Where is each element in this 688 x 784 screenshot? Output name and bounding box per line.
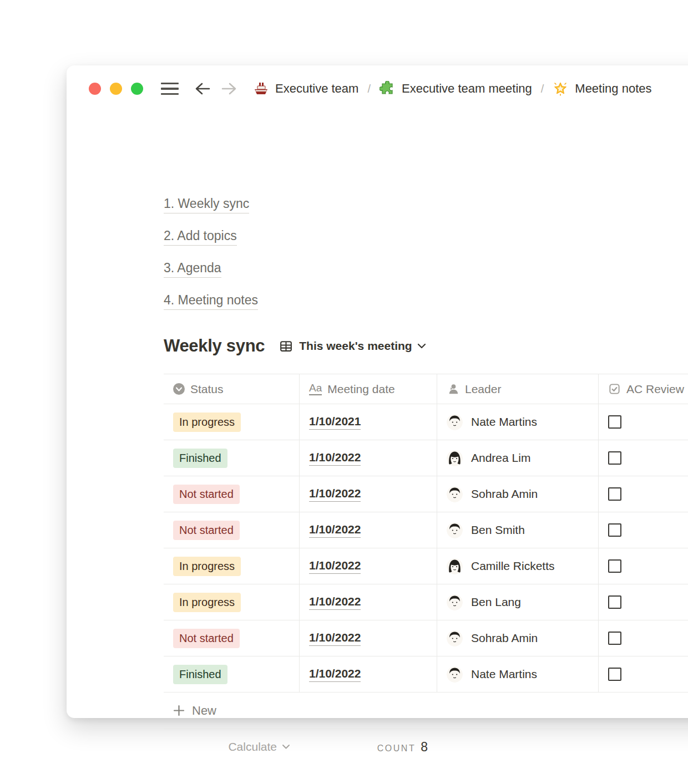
status-badge: In progress: [173, 593, 241, 612]
meeting-date-link[interactable]: 1/10/2022: [309, 487, 361, 502]
meeting-date-cell[interactable]: 1/10/2022: [300, 512, 437, 548]
ac-review-checkbox[interactable]: [608, 559, 621, 573]
meeting-date-link[interactable]: 1/10/2022: [309, 631, 361, 646]
status-cell[interactable]: Not started: [164, 620, 300, 656]
meeting-date-link[interactable]: 1/10/2022: [309, 523, 361, 538]
avatar: [447, 414, 463, 430]
ac-review-checkbox[interactable]: [608, 632, 621, 645]
breadcrumb-item-executive-team-meeting[interactable]: Executive team meeting: [380, 81, 532, 96]
meeting-date-link[interactable]: 1/10/2022: [309, 667, 361, 682]
minimize-window-button[interactable]: [110, 83, 122, 95]
calculate-button[interactable]: Calculate: [228, 740, 290, 754]
status-badge: Not started: [173, 521, 240, 540]
ac-review-cell[interactable]: [599, 584, 688, 620]
leader-person[interactable]: Ben Lang: [447, 594, 521, 610]
leader-person[interactable]: Nate Martins: [447, 666, 537, 683]
ac-review-checkbox[interactable]: [608, 668, 621, 681]
column-header-status[interactable]: Status: [164, 374, 300, 404]
status-badge: In progress: [173, 413, 241, 432]
table-footer-row: Calculate COUNT 8: [164, 729, 688, 765]
leader-cell[interactable]: Nate Martins: [437, 656, 599, 692]
database-view-selector[interactable]: This week's meeting: [279, 339, 426, 353]
status-cell[interactable]: Not started: [164, 476, 300, 512]
meeting-date-cell[interactable]: 1/10/2022: [300, 620, 437, 656]
leader-cell[interactable]: Sohrab Amin: [437, 476, 599, 512]
leader-cell[interactable]: Sohrab Amin: [437, 620, 599, 656]
sidebar-menu-icon[interactable]: [161, 83, 179, 95]
count-aggregate[interactable]: COUNT 8: [377, 740, 428, 755]
status-cell[interactable]: Finished: [164, 656, 300, 692]
toc-link-agenda[interactable]: 3. Agenda: [164, 261, 221, 278]
forward-arrow-icon[interactable]: [221, 80, 237, 97]
status-cell[interactable]: Not started: [164, 512, 300, 548]
ac-review-cell[interactable]: [599, 440, 688, 476]
calc-cell-status: Calculate: [164, 740, 300, 754]
count-value: 8: [421, 740, 428, 755]
meeting-date-link[interactable]: 1/10/2022: [309, 595, 361, 610]
meeting-date-cell[interactable]: 1/10/2022: [300, 548, 437, 584]
leader-cell[interactable]: Ben Smith: [437, 512, 599, 548]
status-cell[interactable]: In progress: [164, 548, 300, 584]
column-label: Leader: [465, 383, 501, 396]
leader-name: Nate Martins: [471, 415, 537, 429]
zoom-window-button[interactable]: [131, 83, 143, 95]
avatar: [447, 450, 463, 466]
status-cell[interactable]: In progress: [164, 404, 300, 440]
leader-name: Nate Martins: [471, 668, 537, 681]
avatar: [447, 630, 463, 646]
leader-person[interactable]: Camille Ricketts: [447, 558, 555, 574]
column-header-leader[interactable]: Leader: [437, 374, 599, 404]
meeting-date-link[interactable]: 1/10/2022: [309, 559, 361, 574]
meeting-date-link[interactable]: 1/10/2021: [309, 415, 361, 430]
leader-person[interactable]: Nate Martins: [447, 414, 537, 430]
breadcrumb-item-meeting-notes[interactable]: Meeting notes: [553, 81, 651, 96]
toc-link-weekly-sync[interactable]: 1. Weekly sync: [164, 196, 249, 213]
ac-review-cell[interactable]: [599, 512, 688, 548]
status-badge: In progress: [173, 557, 241, 576]
ac-review-checkbox[interactable]: [608, 523, 621, 537]
toc-link-meeting-notes[interactable]: 4. Meeting notes: [164, 293, 258, 310]
leader-cell[interactable]: Camille Ricketts: [437, 548, 599, 584]
avatar: [447, 558, 463, 574]
status-badge: Not started: [173, 629, 240, 648]
ac-review-cell[interactable]: [599, 620, 688, 656]
ac-review-cell[interactable]: [599, 656, 688, 692]
back-arrow-icon[interactable]: [194, 80, 211, 97]
status-cell[interactable]: In progress: [164, 584, 300, 620]
table-body: In progress 1/10/2021 Nate Martins: [164, 404, 688, 693]
close-window-button[interactable]: [89, 83, 101, 95]
table-row: In progress 1/10/2022 Camille Ricketts: [164, 548, 688, 584]
new-row-button[interactable]: New: [164, 693, 688, 729]
toc-link-add-topics[interactable]: 2. Add topics: [164, 228, 237, 246]
ship-icon: [253, 81, 269, 96]
column-header-meeting-date[interactable]: Aa Meeting date: [300, 374, 437, 404]
breadcrumb-item-executive-team[interactable]: Executive team: [253, 81, 358, 96]
leader-cell[interactable]: Andrea Lim: [437, 440, 599, 476]
ac-review-cell[interactable]: [599, 404, 688, 440]
meeting-date-cell[interactable]: 1/10/2022: [300, 584, 437, 620]
column-label: AC Review: [626, 383, 684, 396]
meeting-date-link[interactable]: 1/10/2022: [309, 451, 361, 466]
leader-cell[interactable]: Nate Martins: [437, 404, 599, 440]
ac-review-checkbox[interactable]: [608, 487, 621, 501]
ac-review-cell[interactable]: [599, 548, 688, 584]
column-header-ac-review[interactable]: AC Review: [599, 374, 688, 404]
meeting-date-cell[interactable]: 1/10/2022: [300, 656, 437, 692]
status-badge: Finished: [173, 665, 227, 684]
meeting-date-cell[interactable]: 1/10/2021: [300, 404, 437, 440]
meeting-date-cell[interactable]: 1/10/2022: [300, 440, 437, 476]
desktop: { "window": { "breadcrumb": [ { "icon": …: [0, 0, 688, 784]
leader-person[interactable]: Ben Smith: [447, 522, 525, 538]
ac-review-checkbox[interactable]: [608, 415, 621, 429]
select-property-icon: [173, 383, 185, 395]
ac-review-checkbox[interactable]: [608, 451, 621, 465]
leader-cell[interactable]: Ben Lang: [437, 584, 599, 620]
leader-person[interactable]: Andrea Lim: [447, 450, 530, 466]
table-header-row: Status Aa Meeting date Leader AC Rev: [164, 374, 688, 404]
status-cell[interactable]: Finished: [164, 440, 300, 476]
leader-person[interactable]: Sohrab Amin: [447, 630, 538, 646]
leader-person[interactable]: Sohrab Amin: [447, 486, 538, 502]
ac-review-cell[interactable]: [599, 476, 688, 512]
meeting-date-cell[interactable]: 1/10/2022: [300, 476, 437, 512]
ac-review-checkbox[interactable]: [608, 595, 621, 609]
